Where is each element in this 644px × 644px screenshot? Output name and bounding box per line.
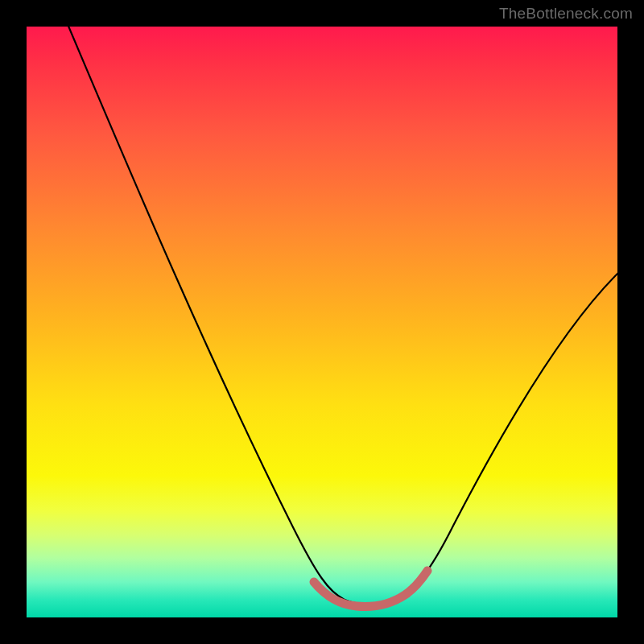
curve-svg	[27, 27, 617, 617]
chart-stage: TheBottleneck.com	[0, 0, 644, 644]
curve-line	[65, 27, 617, 605]
plot-area	[27, 27, 617, 617]
watermark-text: TheBottleneck.com	[499, 5, 633, 23]
